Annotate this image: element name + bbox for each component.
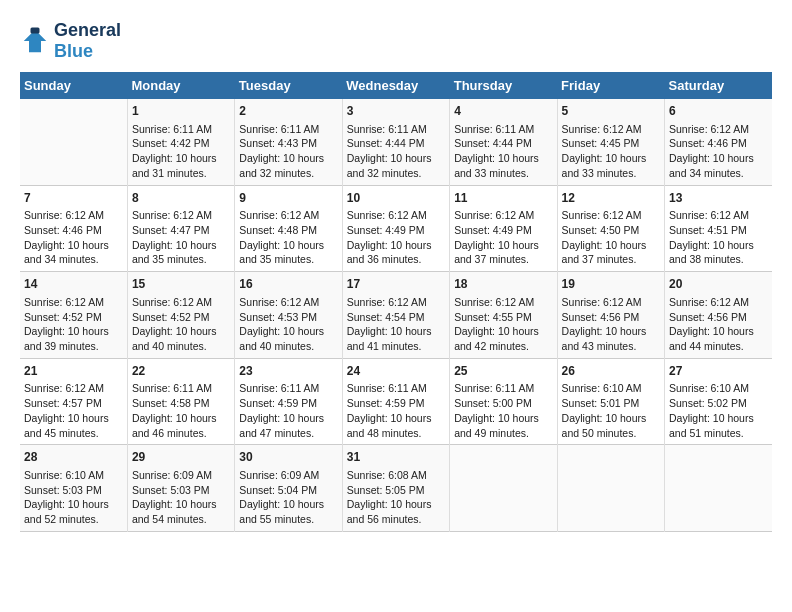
calendar-cell: 4Sunrise: 6:11 AMSunset: 4:44 PMDaylight… [450,99,557,185]
weekday-header-tuesday: Tuesday [235,72,342,99]
logo-icon [20,26,50,56]
daylight-text: Daylight: 10 hours and 42 minutes. [454,325,539,352]
daylight-text: Daylight: 10 hours and 56 minutes. [347,498,432,525]
weekday-header-wednesday: Wednesday [342,72,449,99]
day-number: 10 [347,190,445,207]
day-number: 21 [24,363,123,380]
sunset-text: Sunset: 4:52 PM [132,311,210,323]
daylight-text: Daylight: 10 hours and 49 minutes. [454,412,539,439]
sunrise-text: Sunrise: 6:12 AM [454,296,534,308]
day-number: 18 [454,276,552,293]
day-number: 19 [562,276,660,293]
sunrise-text: Sunrise: 6:11 AM [132,382,212,394]
day-number: 29 [132,449,230,466]
calendar-cell: 16Sunrise: 6:12 AMSunset: 4:53 PMDayligh… [235,272,342,359]
sunrise-text: Sunrise: 6:10 AM [562,382,642,394]
svg-rect-1 [31,28,40,34]
sunrise-text: Sunrise: 6:12 AM [669,296,749,308]
sunset-text: Sunset: 5:03 PM [24,484,102,496]
calendar-week-5: 28Sunrise: 6:10 AMSunset: 5:03 PMDayligh… [20,445,772,532]
sunset-text: Sunset: 4:47 PM [132,224,210,236]
sunset-text: Sunset: 4:46 PM [24,224,102,236]
weekday-header-thursday: Thursday [450,72,557,99]
day-number: 5 [562,103,660,120]
calendar-cell: 20Sunrise: 6:12 AMSunset: 4:56 PMDayligh… [665,272,772,359]
day-number: 13 [669,190,768,207]
day-number: 9 [239,190,337,207]
daylight-text: Daylight: 10 hours and 36 minutes. [347,239,432,266]
weekday-header-sunday: Sunday [20,72,127,99]
sunrise-text: Sunrise: 6:09 AM [239,469,319,481]
daylight-text: Daylight: 10 hours and 37 minutes. [454,239,539,266]
calendar-cell: 29Sunrise: 6:09 AMSunset: 5:03 PMDayligh… [127,445,234,532]
sunrise-text: Sunrise: 6:12 AM [239,209,319,221]
calendar-cell: 10Sunrise: 6:12 AMSunset: 4:49 PMDayligh… [342,185,449,272]
logo: General Blue [20,20,121,62]
daylight-text: Daylight: 10 hours and 52 minutes. [24,498,109,525]
daylight-text: Daylight: 10 hours and 32 minutes. [239,152,324,179]
sunrise-text: Sunrise: 6:12 AM [24,296,104,308]
daylight-text: Daylight: 10 hours and 47 minutes. [239,412,324,439]
day-number: 24 [347,363,445,380]
day-number: 2 [239,103,337,120]
day-number: 6 [669,103,768,120]
calendar-table: SundayMondayTuesdayWednesdayThursdayFrid… [20,72,772,532]
calendar-cell: 12Sunrise: 6:12 AMSunset: 4:50 PMDayligh… [557,185,664,272]
calendar-cell: 17Sunrise: 6:12 AMSunset: 4:54 PMDayligh… [342,272,449,359]
sunset-text: Sunset: 4:50 PM [562,224,640,236]
sunrise-text: Sunrise: 6:12 AM [562,209,642,221]
sunrise-text: Sunrise: 6:11 AM [347,123,427,135]
weekday-header-friday: Friday [557,72,664,99]
day-number: 15 [132,276,230,293]
day-number: 14 [24,276,123,293]
daylight-text: Daylight: 10 hours and 41 minutes. [347,325,432,352]
sunrise-text: Sunrise: 6:12 AM [132,209,212,221]
calendar-cell: 15Sunrise: 6:12 AMSunset: 4:52 PMDayligh… [127,272,234,359]
sunset-text: Sunset: 4:48 PM [239,224,317,236]
sunrise-text: Sunrise: 6:12 AM [454,209,534,221]
daylight-text: Daylight: 10 hours and 44 minutes. [669,325,754,352]
day-number: 25 [454,363,552,380]
daylight-text: Daylight: 10 hours and 46 minutes. [132,412,217,439]
day-number: 26 [562,363,660,380]
sunset-text: Sunset: 4:45 PM [562,137,640,149]
calendar-cell: 5Sunrise: 6:12 AMSunset: 4:45 PMDaylight… [557,99,664,185]
calendar-cell: 26Sunrise: 6:10 AMSunset: 5:01 PMDayligh… [557,358,664,445]
sunrise-text: Sunrise: 6:10 AM [24,469,104,481]
calendar-week-1: 1Sunrise: 6:11 AMSunset: 4:42 PMDaylight… [20,99,772,185]
daylight-text: Daylight: 10 hours and 37 minutes. [562,239,647,266]
day-number: 1 [132,103,230,120]
sunset-text: Sunset: 4:51 PM [669,224,747,236]
daylight-text: Daylight: 10 hours and 45 minutes. [24,412,109,439]
calendar-cell [20,99,127,185]
daylight-text: Daylight: 10 hours and 39 minutes. [24,325,109,352]
sunrise-text: Sunrise: 6:12 AM [239,296,319,308]
sunrise-text: Sunrise: 6:11 AM [239,123,319,135]
daylight-text: Daylight: 10 hours and 34 minutes. [669,152,754,179]
day-number: 3 [347,103,445,120]
daylight-text: Daylight: 10 hours and 33 minutes. [562,152,647,179]
calendar-cell: 28Sunrise: 6:10 AMSunset: 5:03 PMDayligh… [20,445,127,532]
sunset-text: Sunset: 4:49 PM [347,224,425,236]
sunset-text: Sunset: 4:44 PM [454,137,532,149]
sunset-text: Sunset: 4:46 PM [669,137,747,149]
daylight-text: Daylight: 10 hours and 50 minutes. [562,412,647,439]
sunrise-text: Sunrise: 6:11 AM [454,123,534,135]
sunrise-text: Sunrise: 6:11 AM [132,123,212,135]
sunset-text: Sunset: 4:42 PM [132,137,210,149]
daylight-text: Daylight: 10 hours and 33 minutes. [454,152,539,179]
daylight-text: Daylight: 10 hours and 32 minutes. [347,152,432,179]
day-number: 8 [132,190,230,207]
daylight-text: Daylight: 10 hours and 31 minutes. [132,152,217,179]
calendar-cell: 1Sunrise: 6:11 AMSunset: 4:42 PMDaylight… [127,99,234,185]
day-number: 12 [562,190,660,207]
sunset-text: Sunset: 4:58 PM [132,397,210,409]
sunset-text: Sunset: 4:55 PM [454,311,532,323]
sunset-text: Sunset: 4:43 PM [239,137,317,149]
sunset-text: Sunset: 5:00 PM [454,397,532,409]
sunset-text: Sunset: 5:05 PM [347,484,425,496]
calendar-cell: 27Sunrise: 6:10 AMSunset: 5:02 PMDayligh… [665,358,772,445]
calendar-cell [557,445,664,532]
daylight-text: Daylight: 10 hours and 54 minutes. [132,498,217,525]
calendar-cell: 6Sunrise: 6:12 AMSunset: 4:46 PMDaylight… [665,99,772,185]
